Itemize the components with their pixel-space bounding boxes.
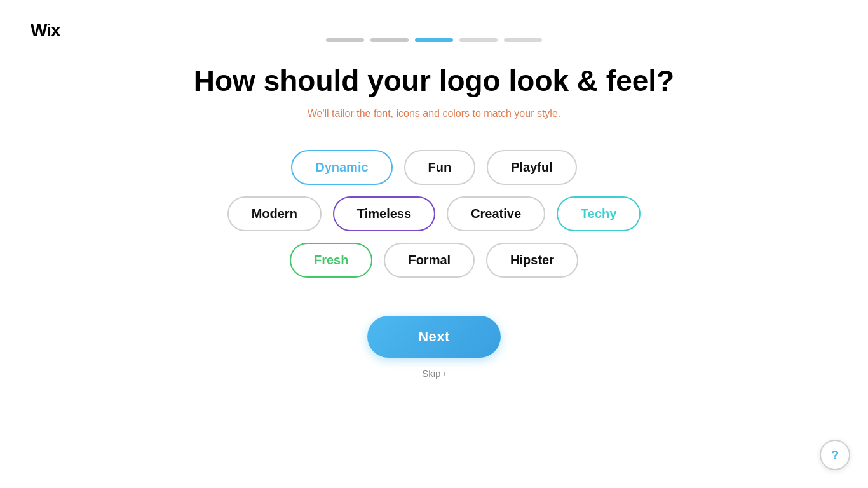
progress-indicator	[326, 38, 542, 42]
option-modern[interactable]: Modern	[227, 196, 322, 231]
options-row-1: Dynamic Fun Playful	[291, 150, 577, 185]
skip-link[interactable]: Skip ›	[422, 368, 446, 379]
main-content: How should your logo look & feel? We'll …	[0, 64, 868, 379]
option-techy[interactable]: Techy	[557, 196, 641, 231]
options-row-3: Fresh Formal Hipster	[290, 243, 578, 278]
progress-step-4	[459, 38, 498, 42]
skip-label: Skip	[422, 368, 440, 379]
option-fresh[interactable]: Fresh	[290, 243, 372, 278]
option-formal[interactable]: Formal	[384, 243, 475, 278]
next-button[interactable]: Next	[367, 316, 501, 358]
progress-step-1	[326, 38, 364, 42]
help-button[interactable]: ?	[820, 440, 850, 470]
option-dynamic[interactable]: Dynamic	[291, 150, 392, 185]
progress-step-3	[415, 38, 453, 42]
style-options: Dynamic Fun Playful Modern Timeless Crea…	[227, 150, 641, 278]
options-row-2: Modern Timeless Creative Techy	[227, 196, 641, 231]
progress-step-5	[504, 38, 542, 42]
option-playful[interactable]: Playful	[487, 150, 577, 185]
option-fun[interactable]: Fun	[404, 150, 476, 185]
option-timeless[interactable]: Timeless	[333, 196, 435, 231]
wix-logo: Wix	[31, 20, 60, 41]
progress-step-2	[370, 38, 409, 42]
page-title: How should your logo look & feel?	[194, 64, 674, 98]
page-subtitle: We'll tailor the font, icons and colors …	[308, 108, 561, 119]
option-hipster[interactable]: Hipster	[486, 243, 578, 278]
skip-chevron-icon: ›	[443, 369, 445, 378]
option-creative[interactable]: Creative	[447, 196, 545, 231]
